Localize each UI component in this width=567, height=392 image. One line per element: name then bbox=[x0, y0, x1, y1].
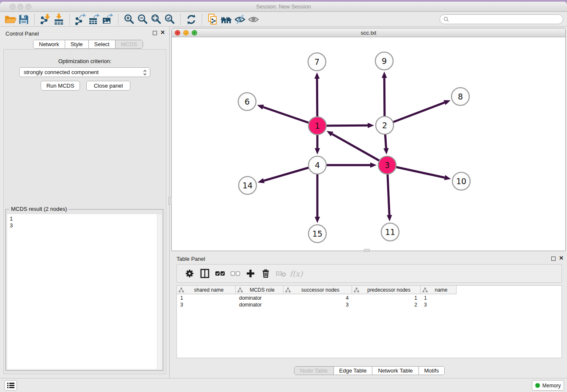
tab-select[interactable]: Select bbox=[89, 40, 116, 48]
run-mcds-button[interactable]: Run MCDS bbox=[41, 81, 80, 91]
export-network-icon[interactable] bbox=[74, 13, 87, 26]
graph-edge-3-10[interactable] bbox=[387, 165, 451, 180]
export-table-icon[interactable] bbox=[87, 13, 101, 26]
tab-edge-table[interactable]: Edge Table bbox=[334, 367, 373, 375]
network-canvas[interactable]: 7968124314101511 bbox=[172, 37, 565, 251]
graph-node-15[interactable]: 15 bbox=[308, 225, 326, 243]
select-all-columns-icon[interactable] bbox=[212, 266, 228, 281]
zoom-in-icon[interactable] bbox=[122, 13, 136, 26]
tab-style[interactable]: Style bbox=[65, 40, 89, 48]
zoom-selected-icon[interactable] bbox=[163, 13, 176, 26]
table-cell: 1 bbox=[352, 295, 421, 301]
close-panel-button[interactable]: Close panel bbox=[86, 81, 130, 91]
delete-column-icon[interactable] bbox=[258, 266, 273, 281]
mcds-result-title: MCDS result (2 nodes) bbox=[9, 206, 69, 212]
table-panel-close-icon[interactable]: ✕ bbox=[559, 255, 564, 261]
svg-text:10: 10 bbox=[456, 177, 466, 186]
export-image-icon[interactable] bbox=[101, 13, 114, 26]
svg-text:4: 4 bbox=[315, 160, 320, 170]
column-header-shared-name[interactable]: shared name bbox=[177, 286, 236, 294]
column-header-successor-nodes[interactable]: successor nodes bbox=[284, 286, 352, 294]
network-window-title: scc.txt bbox=[361, 30, 377, 36]
control-panel-close-icon[interactable]: ✕ bbox=[160, 30, 165, 36]
app-minimize-button[interactable] bbox=[17, 4, 23, 10]
tab-mcds[interactable]: MCDS bbox=[116, 40, 143, 48]
task-history-button[interactable] bbox=[4, 380, 17, 391]
app-zoom-button[interactable] bbox=[25, 4, 31, 10]
svg-text:7: 7 bbox=[314, 57, 319, 66]
add-column-icon[interactable] bbox=[243, 266, 258, 281]
optimization-criterion-dropdown[interactable]: strongly connected component bbox=[19, 67, 150, 77]
home-icon[interactable] bbox=[220, 13, 233, 26]
result-scrollbar[interactable] bbox=[157, 214, 162, 369]
fit-content-icon[interactable] bbox=[149, 13, 163, 26]
graph-node-6[interactable]: 6 bbox=[238, 93, 256, 110]
mcds-panel: Optimization criterion: strongly connect… bbox=[3, 49, 166, 374]
search-input[interactable] bbox=[451, 15, 563, 23]
table-cell: 2 bbox=[352, 301, 421, 308]
column-layout-icon[interactable] bbox=[197, 266, 212, 281]
import-table-icon[interactable] bbox=[52, 13, 66, 26]
table-toolbar: f(x) bbox=[176, 264, 562, 283]
table-cell: 3 bbox=[421, 301, 457, 308]
graph-node-2[interactable]: 2 bbox=[376, 116, 394, 134]
settings-gear-icon[interactable] bbox=[182, 266, 197, 281]
splitter-grip-horizontal[interactable] bbox=[364, 249, 370, 252]
table-row[interactable]: 3dominator323 bbox=[177, 301, 457, 308]
refresh-layout-icon[interactable] bbox=[184, 13, 198, 26]
tab-node-table[interactable]: Node Table bbox=[295, 367, 334, 375]
svg-text:6: 6 bbox=[245, 97, 250, 106]
graph-node-10[interactable]: 10 bbox=[452, 172, 470, 190]
graph-edge-3-1[interactable] bbox=[327, 131, 387, 165]
app-titlebar: Session: New Session bbox=[0, 2, 567, 12]
toolbar-separator bbox=[69, 14, 70, 25]
network-zoom-button[interactable]: + bbox=[192, 30, 197, 36]
svg-text:2: 2 bbox=[382, 121, 387, 130]
graph-node-11[interactable]: 11 bbox=[381, 223, 399, 241]
graph-node-14[interactable]: 14 bbox=[239, 177, 256, 194]
graph-node-4[interactable]: 4 bbox=[308, 156, 326, 174]
dropdown-value: strongly connected component bbox=[24, 69, 99, 75]
svg-text:14: 14 bbox=[242, 181, 253, 190]
network-close-button[interactable]: × bbox=[175, 30, 180, 36]
mcds-result-area[interactable]: 13 bbox=[7, 214, 162, 369]
column-header-predecessor-nodes[interactable]: predecessor nodes bbox=[352, 286, 421, 294]
app-close-button[interactable] bbox=[10, 4, 16, 10]
table-cell: dominator bbox=[236, 301, 284, 308]
delete-table-icon bbox=[273, 266, 289, 281]
graph-node-7[interactable]: 7 bbox=[308, 53, 326, 71]
tab-motifs[interactable]: Motifs bbox=[419, 367, 445, 375]
network-graph[interactable]: 7968124314101511 bbox=[172, 37, 565, 250]
search-field[interactable] bbox=[440, 14, 563, 24]
graph-node-9[interactable]: 9 bbox=[375, 52, 393, 70]
table-cell: 3 bbox=[177, 301, 236, 308]
column-header-MCDS-role[interactable]: MCDS role bbox=[236, 286, 284, 294]
control-panel-float-icon[interactable] bbox=[153, 31, 157, 35]
table-row[interactable]: 1dominator411 bbox=[177, 295, 457, 301]
memory-button[interactable]: Memory bbox=[532, 380, 564, 391]
import-network-icon[interactable] bbox=[39, 13, 52, 26]
hide-network-icon[interactable] bbox=[233, 13, 247, 26]
open-session-icon[interactable] bbox=[3, 13, 17, 26]
main-toolbar bbox=[0, 12, 567, 27]
splitter-grip-vertical[interactable] bbox=[168, 197, 172, 205]
graph-node-8[interactable]: 8 bbox=[451, 88, 469, 105]
deselect-all-columns-icon[interactable] bbox=[228, 266, 243, 281]
graph-node-3[interactable]: 3 bbox=[378, 156, 396, 174]
graph-node-1[interactable]: 1 bbox=[308, 117, 326, 135]
show-graphics-eye-icon[interactable] bbox=[247, 13, 260, 26]
new-network-from-selection-icon[interactable] bbox=[206, 13, 220, 26]
zoom-out-icon[interactable] bbox=[136, 13, 149, 26]
table-panel-float-icon[interactable] bbox=[551, 257, 556, 261]
mcds-result-text: 13 bbox=[7, 214, 157, 369]
tab-network-table[interactable]: Network Table bbox=[372, 367, 418, 375]
graph-edge-1-6[interactable] bbox=[257, 105, 317, 126]
network-view-window: × – + scc.txt 7968124314101511 bbox=[171, 28, 566, 251]
toolbar-separator bbox=[34, 14, 35, 25]
svg-text:15: 15 bbox=[312, 229, 322, 238]
tab-network[interactable]: Network bbox=[33, 40, 65, 48]
save-session-icon[interactable] bbox=[17, 13, 30, 26]
column-header-name[interactable]: name bbox=[421, 286, 457, 294]
network-minimize-button[interactable]: – bbox=[183, 30, 189, 36]
graph-edge-2-8[interactable] bbox=[385, 100, 451, 125]
